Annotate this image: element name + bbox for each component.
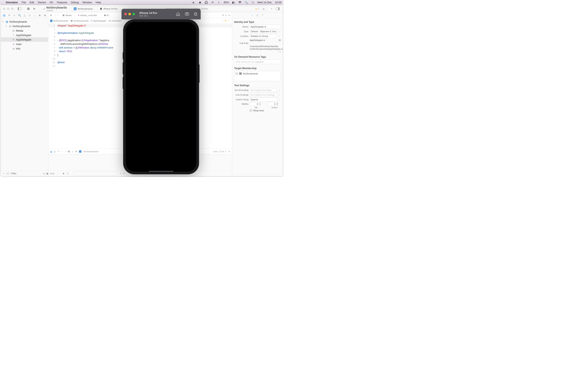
toggle-navigator-icon[interactable] — [17, 6, 22, 11]
record-icon[interactable]: ◉ — [198, 1, 201, 4]
step-out-icon[interactable]: ↑ — [65, 150, 66, 153]
branch-name[interactable]: master — [46, 9, 67, 12]
next-issue-icon[interactable]: 〉 — [228, 19, 230, 22]
location-select[interactable]: Relative to Group — [250, 34, 277, 38]
editor-tab[interactable]: mdetails_controller — [76, 13, 99, 17]
menubar-item[interactable]: Features — [57, 1, 67, 4]
menubar-item[interactable]: I/O — [50, 1, 53, 4]
add-tab-icon[interactable]: ＋ — [269, 6, 274, 11]
tab-width-stepper[interactable]: 4▲▼ — [250, 102, 261, 106]
quicklook-icon[interactable]: ◉ — [62, 172, 65, 175]
scm-filter-icon[interactable]: ▣ — [46, 172, 48, 175]
volume-down-button[interactable] — [123, 77, 123, 89]
line-endings-select[interactable]: No Explicit Line Endings — [250, 93, 277, 97]
headphones-icon[interactable]: 🎧 — [205, 1, 208, 4]
choose-folder-icon[interactable]: ▤ — [279, 39, 281, 42]
test-nav-icon[interactable]: ◇ — [28, 14, 31, 17]
minimap-icon[interactable]: ≡ — [225, 14, 227, 17]
back-icon[interactable]: 〈 — [53, 14, 56, 17]
encoding-select[interactable]: No Explicit Encoding — [250, 88, 277, 92]
indent-using-select[interactable]: Spaces — [250, 98, 277, 101]
editor-presentation-icon[interactable]: ▭ — [228, 150, 230, 153]
home-icon[interactable] — [176, 12, 180, 16]
step-in-icon[interactable]: ↓ — [61, 150, 63, 153]
device-screen[interactable] — [126, 22, 196, 172]
sync-icon[interactable]: ⟳ — [211, 1, 214, 4]
menubar-item[interactable]: Device — [38, 1, 46, 4]
adjust-editor-icon[interactable]: ▭ — [228, 14, 230, 17]
issue-icon[interactable]: ▲ — [225, 19, 227, 22]
debug-target[interactable]: NoStoryboards — [84, 150, 98, 153]
menubar-item[interactable]: Debug — [71, 1, 79, 4]
source-control-nav-icon[interactable]: ✕ — [8, 14, 11, 17]
step-over-icon[interactable]: ↷ — [58, 150, 60, 153]
minimize-button[interactable] — [7, 8, 9, 10]
info-icon[interactable]: ⓘ — [67, 172, 69, 175]
prev-issue-icon[interactable]: 〈 — [221, 19, 223, 22]
screenshot-icon[interactable] — [185, 12, 189, 16]
tree-row[interactable]: mAppDelegate — [1, 37, 48, 42]
filter-input[interactable] — [73, 172, 118, 175]
zoom-button[interactable] — [11, 8, 13, 10]
debug-memory-icon[interactable]: ⎌ — [72, 150, 73, 153]
recent-filter-icon[interactable]: ◷ — [43, 172, 45, 175]
tree-row[interactable]: ▾▤NoStoryboards — [1, 24, 48, 28]
debug-nav-icon[interactable]: ⌵ — [34, 14, 36, 17]
close-button[interactable] — [124, 13, 127, 15]
stop-button[interactable] — [26, 6, 31, 11]
menubar-item[interactable]: Window — [82, 1, 92, 4]
target-checkbox[interactable]: ✓ — [236, 72, 238, 75]
tree-row[interactable]: mmain — [1, 42, 48, 46]
rotate-icon[interactable] — [194, 12, 198, 16]
file-inspector-icon[interactable]: ▫︎ — [252, 14, 252, 17]
filter-scope-icon[interactable]: ⊖ — [6, 172, 10, 175]
editor-scheme[interactable]: ▣Media — [61, 14, 73, 17]
type-select[interactable]: Default - Objective-C Sou… — [250, 29, 277, 33]
home-indicator[interactable] — [149, 171, 173, 172]
spotlight-icon[interactable]: 🔍 — [245, 1, 248, 4]
report-nav-icon[interactable]: ≣ — [43, 14, 46, 17]
console-left-icon[interactable]: ▯ — [120, 172, 121, 175]
dropbox-icon[interactable]: ⬖ — [192, 1, 195, 4]
minimize-button[interactable] — [129, 13, 131, 15]
wifi-icon[interactable] — [238, 1, 242, 4]
menubar-item[interactable]: File — [22, 1, 26, 4]
odr-tags-field[interactable]: Only resources are taggable — [234, 59, 281, 64]
crumb[interactable]: No Selection — [109, 20, 121, 22]
mute-switch[interactable] — [123, 52, 123, 59]
related-items-icon[interactable]: ⊞ — [50, 14, 52, 17]
indent-width-stepper[interactable]: 4▲▼ — [267, 102, 279, 106]
editor-tab[interactable]: ▣M... — [102, 13, 112, 17]
crumb[interactable]: ▣NoStoryboards — [71, 19, 88, 22]
forward-icon[interactable]: 〉 — [57, 14, 60, 17]
help-inspector-icon[interactable]: ? — [262, 14, 263, 17]
battery-percent[interactable]: 45% — [224, 1, 229, 4]
debug-view-icon[interactable]: ▦ — [68, 150, 70, 153]
add-icon[interactable]: ＋ — [2, 172, 5, 175]
project-title[interactable]: NoStoryboards — [46, 6, 67, 9]
menubar-date[interactable]: Wed 14 Dec — [257, 1, 272, 4]
filter-input[interactable] — [11, 172, 42, 175]
debug-loc-icon[interactable]: ◈ — [75, 150, 77, 153]
menubar-time[interactable]: 10:59 — [275, 1, 282, 4]
reveal-in-finder-icon[interactable]: ➜ — [234, 50, 281, 53]
pause-icon[interactable]: ‖ — [54, 150, 56, 153]
bluetooth-icon[interactable]: ᛒ — [217, 1, 221, 4]
tree-row[interactable]: ▾▦NoStoryboards — [1, 19, 48, 24]
run-button[interactable] — [32, 6, 37, 11]
find-nav-icon[interactable]: 🔍 — [18, 14, 21, 17]
cloud-status-icon[interactable]: ☁︎ — [261, 7, 266, 10]
simulator-titlebar[interactable]: iPhone 14 Pro iOS 16.1 — [121, 9, 201, 19]
tree-row[interactable]: ≣Info — [1, 46, 48, 51]
side-button[interactable] — [199, 64, 199, 83]
battery-icon[interactable]: ▮▯ — [232, 1, 235, 4]
control-center-icon[interactable]: ⌥ — [251, 1, 254, 4]
crumb[interactable]: ANoStoryboards — [50, 20, 68, 22]
crumb[interactable]: mAppDelegate — [91, 19, 106, 22]
variables-view-label[interactable]: Auto — [50, 172, 55, 175]
wrap-lines-checkbox[interactable]: ✓ — [250, 109, 252, 112]
symbol-nav-icon[interactable]: ⌗ — [13, 14, 16, 17]
tree-row[interactable]: hAppDelegate — [1, 33, 48, 37]
breakpoint-nav-icon[interactable]: ◈ — [39, 14, 41, 17]
menubar-app-name[interactable]: Simulator — [6, 1, 18, 4]
